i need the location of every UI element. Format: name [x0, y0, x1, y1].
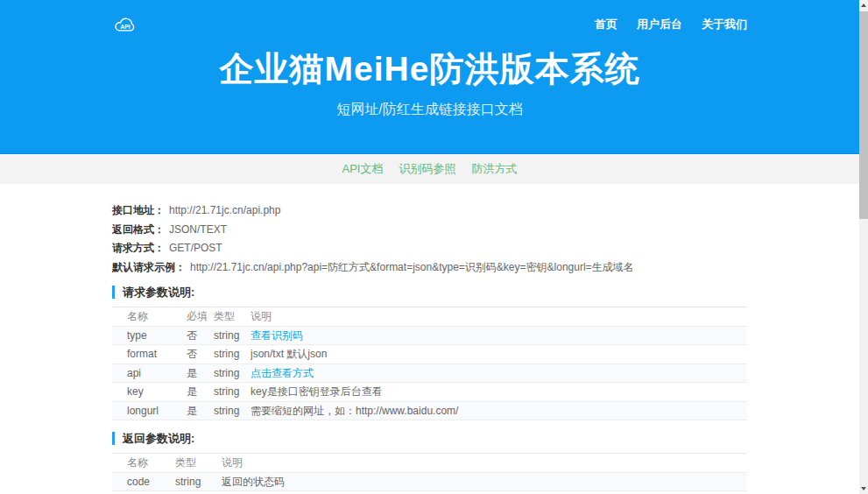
cell-name: longurl — [127, 402, 187, 420]
table-header-row: 名称必填类型说明 — [112, 307, 747, 327]
column-header: 名称 — [127, 454, 175, 472]
scrollbar-up-arrow-icon[interactable] — [859, 0, 868, 11]
column-header: 必填 — [187, 307, 214, 326]
table-header-row: 名称类型说明 — [112, 454, 747, 473]
cell-desc: 需要缩短的网址，如：http://www.baidu.com/ — [251, 402, 747, 420]
column-header: 类型 — [175, 454, 222, 472]
info-label: 请求方式： — [112, 242, 165, 254]
cell-name: key — [127, 383, 187, 401]
tab-item-2[interactable]: 防洪方式 — [471, 161, 517, 177]
column-header: 类型 — [214, 307, 251, 326]
column-header: 名称 — [127, 307, 187, 326]
hero-inner: API 首页用户后台关于我们 企业猫MeiHe防洪版本系统 短网址/防红生成链接… — [112, 0, 747, 119]
scrollbar[interactable] — [859, 0, 868, 494]
api-info-block: 接口地址：http://21.71jc.cn/api.php返回格式：JSON/… — [112, 201, 747, 277]
cell-required: 否 — [187, 345, 214, 363]
page-subtitle: 短网址/防红生成链接接口文档 — [112, 101, 747, 119]
request-params-table: 名称必填类型说明type否string查看识别码format否stringjso… — [112, 307, 747, 420]
info-label: 返回格式： — [112, 223, 165, 236]
nav-item-2[interactable]: 关于我们 — [702, 17, 747, 32]
table-row-longurl: longurl是string需要缩短的网址，如：http://www.baidu… — [112, 402, 747, 421]
cell-desc: key是接口密钥登录后台查看 — [251, 383, 747, 401]
info-line-1: 返回格式：JSON/TEXT — [112, 221, 747, 240]
info-line-2: 请求方式：GET/POST — [112, 239, 747, 258]
param-desc-link[interactable]: 点击查看方式 — [251, 364, 747, 383]
info-label: 接口地址： — [112, 204, 165, 216]
cell-desc: json/txt 默认json — [251, 345, 747, 363]
info-label: 默认请求示例： — [112, 261, 186, 273]
table-row-type: type否string查看识别码 — [112, 327, 747, 346]
info-value: GET/POST — [169, 242, 222, 254]
cell-required: 是 — [187, 402, 214, 420]
page-title: 企业猫MeiHe防洪版本系统 — [112, 46, 747, 93]
info-line-0: 接口地址：http://21.71jc.cn/api.php — [112, 201, 747, 221]
response-params-section-title: 返回参数说明: — [112, 432, 747, 445]
cell-type: string — [214, 345, 251, 363]
nav-item-0[interactable]: 首页 — [595, 17, 617, 32]
cell-desc: 返回的状态码 — [222, 473, 747, 491]
nav-item-1[interactable]: 用户后台 — [637, 17, 682, 32]
cell-type: string — [214, 383, 251, 401]
page: API 首页用户后台关于我们 企业猫MeiHe防洪版本系统 短网址/防红生成链接… — [0, 0, 859, 494]
info-value: JSON/TEXT — [169, 223, 227, 236]
hero-top-bar: API 首页用户后台关于我们 — [112, 0, 747, 35]
table-row-key: key是stringkey是接口密钥登录后台查看 — [112, 383, 747, 402]
cell-type: string — [214, 364, 251, 383]
cell-name: format — [127, 345, 187, 363]
hero-header: API 首页用户后台关于我们 企业猫MeiHe防洪版本系统 短网址/防红生成链接… — [0, 0, 859, 154]
response-params-table: 名称类型说明codestring返回的状态码hanhao_apistring缩短… — [112, 453, 747, 494]
logo-cloud-api-icon[interactable]: API — [112, 15, 138, 34]
scrollbar-down-arrow-icon[interactable] — [859, 483, 868, 494]
info-line-3: 默认请求示例：http://21.71jc.cn/api.php?api=防红方… — [112, 258, 747, 278]
top-nav: 首页用户后台关于我们 — [595, 17, 747, 32]
info-value: http://21.71jc.cn/api.php — [169, 204, 280, 216]
cell-name: api — [127, 364, 187, 383]
scrollbar-thumb[interactable] — [859, 11, 868, 219]
request-params-section-title: 请求参数说明: — [112, 286, 747, 299]
cell-type: string — [214, 327, 251, 345]
param-desc-link[interactable]: 查看识别码 — [251, 327, 747, 345]
cell-name: type — [127, 327, 187, 345]
svg-text:API: API — [120, 24, 131, 30]
table-row-api: api是string点击查看方式 — [112, 364, 747, 384]
cell-name: code — [127, 473, 175, 491]
doc-tabs: API文档识别码参照防洪方式 — [0, 154, 859, 184]
column-header: 说明 — [251, 307, 747, 326]
cell-required: 是 — [187, 364, 214, 383]
table-row-code: codestring返回的状态码 — [112, 473, 747, 492]
column-header: 说明 — [222, 454, 747, 472]
cell-required: 是 — [187, 383, 214, 401]
table-row-format: format否stringjson/txt 默认json — [112, 345, 747, 364]
tab-item-0[interactable]: API文档 — [342, 161, 384, 177]
cell-required: 否 — [187, 327, 214, 345]
main-content: 接口地址：http://21.71jc.cn/api.php返回格式：JSON/… — [112, 184, 747, 494]
cell-type: string — [214, 402, 251, 420]
tab-item-1[interactable]: 识别码参照 — [399, 161, 455, 177]
cell-type: string — [175, 473, 222, 491]
info-value: http://21.71jc.cn/api.php?api=防红方式&forma… — [190, 261, 634, 273]
